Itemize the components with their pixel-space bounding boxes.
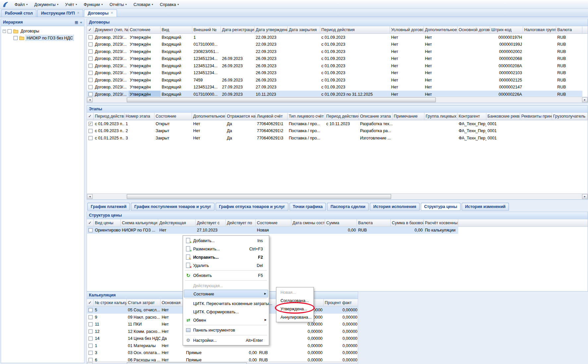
column-header[interactable]: Дата утверждения	[255, 26, 288, 33]
column-header[interactable]: ✓	[87, 113, 93, 120]
table-row[interactable]: Договор, 2023/...УтверждёнВходящий123451…	[87, 55, 582, 62]
column-header[interactable]: Основной договор	[457, 26, 490, 33]
menu-item[interactable]: ⇄Обмен▶	[184, 316, 268, 324]
menubar-item[interactable]: Справка▾	[156, 1, 182, 8]
column-header[interactable]: Состояние	[154, 113, 192, 120]
column-header[interactable]: Состояние	[256, 219, 291, 226]
column-header[interactable]: Валюта	[556, 26, 582, 33]
column-header[interactable]: Группа лицевых сч	[425, 113, 458, 120]
table-row[interactable]: Договор, 2023/...УтверждёнВходящий230823…	[87, 48, 582, 55]
column-header[interactable]: Реквизиты принад	[520, 113, 552, 120]
column-header[interactable]: Вид	[160, 26, 192, 33]
detail-tab[interactable]: Паспорта сделки	[327, 203, 369, 211]
row-checkbox[interactable]	[88, 351, 92, 355]
column-header[interactable]: Штрих-код	[490, 26, 523, 33]
column-header[interactable]: Дата смены состоя	[291, 219, 325, 226]
scroll-right-icon[interactable]: ►	[582, 194, 588, 199]
menubar-item[interactable]: Словари▾	[130, 1, 156, 8]
table-row[interactable]: с 01.09.2023 п...2ЗакрытНетДа7706406291\…	[87, 128, 587, 134]
column-header[interactable]: Дата закрытия	[288, 26, 320, 33]
row-checkbox[interactable]	[88, 228, 92, 232]
scroll-left-icon[interactable]: ◄	[87, 194, 92, 199]
main-tab[interactable]: Договоры×	[84, 9, 117, 17]
column-header[interactable]: ✓	[87, 299, 93, 306]
column-header[interactable]: Процент факт	[323, 299, 358, 306]
column-header[interactable]: ✓	[87, 26, 93, 33]
column-header[interactable]: Контрагент	[457, 113, 486, 120]
column-header[interactable]: Расчёт косвенных	[424, 219, 458, 226]
hierarchy-view-icon[interactable]: ▦	[75, 19, 78, 26]
column-header[interactable]: Грузополучатель	[552, 113, 587, 120]
detail-tab[interactable]: История исполнения	[370, 203, 420, 211]
table-row[interactable]: Договор, 2023/...УтверждёнВходящий122.09…	[87, 34, 582, 41]
column-header[interactable]: № строки калькул	[94, 299, 127, 306]
menu-item[interactable]: Действующая...	[184, 282, 268, 290]
menu-item[interactable]: Панель инструментов	[184, 326, 268, 334]
main-tab[interactable]: Инструкции ПУП×	[37, 9, 83, 17]
row-checkbox[interactable]	[88, 71, 92, 75]
table-row[interactable]: Договор, 2023/...УтверждёнВходящий123451…	[87, 83, 582, 90]
table-row[interactable]: Договор, 2023/...УтверждёнВходящий017310…	[87, 91, 582, 97]
column-header[interactable]: Состояние	[129, 26, 160, 33]
menu-item[interactable]: Новая...	[277, 288, 313, 296]
contracts-hscrollbar[interactable]: ◄ ►	[87, 97, 587, 103]
column-header[interactable]: Сумма	[325, 219, 357, 226]
row-checkbox[interactable]	[88, 42, 92, 46]
column-header[interactable]: Описание этапа	[359, 113, 393, 120]
column-header[interactable]: Вид цены	[94, 219, 121, 226]
column-header[interactable]: Статья затрат	[127, 299, 160, 306]
menu-item[interactable]: »Размножить...Ctrl+F3	[184, 245, 268, 253]
main-tab[interactable]: Рабочий стол	[1, 9, 36, 17]
scroll-left-icon[interactable]: ◄	[87, 362, 92, 363]
calculation-hscrollbar[interactable]: ◄	[87, 362, 358, 364]
menu-item[interactable]: ×УдалитьDel	[184, 261, 268, 270]
column-header[interactable]: Период действия	[320, 26, 390, 33]
menubar-item[interactable]: Функции▾	[80, 1, 106, 8]
table-row[interactable]: Договор, 2023/...УтверждёнВходящий017310…	[87, 41, 582, 48]
row-checkbox[interactable]	[88, 57, 92, 61]
menu-item[interactable]: +Добавить...Ins	[184, 236, 268, 245]
column-header[interactable]: Схема калькуляци	[121, 219, 158, 226]
table-row[interactable]: Ориентировоч...НИОКР по ГОЗ ...Нет27.10.…	[87, 227, 458, 234]
column-header[interactable]: Действует с	[196, 219, 226, 226]
row-checkbox[interactable]	[88, 35, 92, 39]
tree-item[interactable]: −Договоры	[1, 28, 84, 34]
table-row[interactable]: Договор, 2023/...УтверждёнВходящий123451…	[87, 69, 582, 76]
column-header[interactable]: Документ (тип, №	[94, 26, 129, 33]
tab-close-icon[interactable]: ×	[77, 11, 80, 15]
row-checkbox[interactable]	[88, 337, 92, 340]
column-header[interactable]: Банковские рекви	[486, 113, 520, 120]
tree-checkbox[interactable]	[8, 29, 12, 33]
menu-item[interactable]: ✎Исправить...F2	[184, 253, 268, 261]
detail-tab[interactable]: График поступления товаров и услуг	[131, 203, 214, 211]
table-row[interactable]: Договор, 2023/...УтверждёнВходящий123451…	[87, 62, 582, 69]
column-header[interactable]: Налоговая группа	[523, 26, 556, 33]
detail-tab[interactable]: История изменений	[462, 203, 509, 211]
column-header[interactable]: Период действия з	[325, 113, 359, 120]
row-checkbox[interactable]	[88, 308, 92, 312]
menu-item[interactable]: Аннулирована...	[277, 313, 313, 321]
stages-hscrollbar[interactable]: ◄ ►	[87, 193, 587, 199]
menu-item[interactable]: ⚙Настройки...Alt+Enter	[184, 336, 268, 344]
tree-checkbox[interactable]	[14, 36, 18, 40]
tree-expander-icon[interactable]: −	[3, 29, 6, 33]
column-header[interactable]: Действующая	[158, 219, 196, 226]
row-checkbox[interactable]	[88, 78, 92, 82]
menu-item[interactable]: ЦИТК. Сформировать...	[184, 308, 268, 316]
menubar-item[interactable]: Отчёты▾	[106, 1, 130, 8]
scroll-thumb[interactable]	[127, 194, 391, 199]
column-header[interactable]: Номер этапа	[125, 113, 155, 120]
scroll-thumb[interactable]	[127, 362, 247, 363]
column-header[interactable]: ✓	[87, 219, 93, 226]
column-header[interactable]: Условный договор	[390, 26, 424, 33]
column-header[interactable]: Дата регистрации	[221, 26, 255, 33]
row-checkbox[interactable]: ✓	[88, 122, 92, 126]
row-checkbox[interactable]	[88, 49, 92, 53]
column-header[interactable]: Валюта	[357, 219, 391, 226]
row-checkbox[interactable]	[88, 358, 92, 361]
table-row[interactable]: ✓с 01.09.2023 п...1ОткрытНетДа7706406291…	[87, 120, 587, 127]
column-header[interactable]: Лицевой счёт	[256, 113, 288, 120]
row-checkbox[interactable]	[88, 92, 92, 96]
column-header[interactable]: Примечание	[393, 113, 425, 120]
row-checkbox[interactable]	[88, 136, 92, 140]
